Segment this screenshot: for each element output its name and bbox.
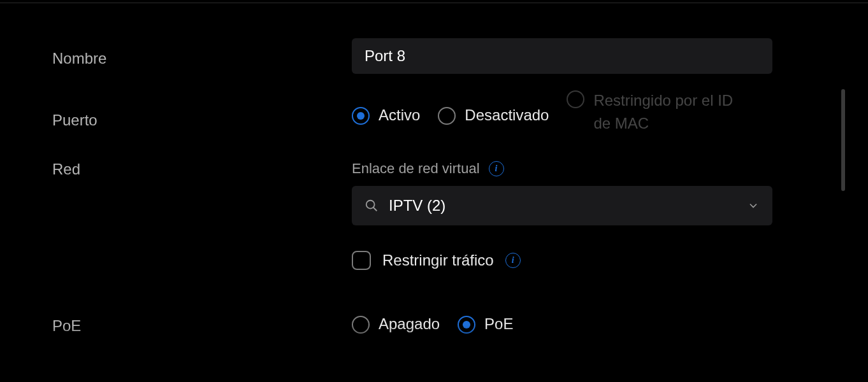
info-icon[interactable]: [489, 161, 504, 176]
port-radio-active[interactable]: Activo: [352, 106, 420, 125]
radio-icon: [352, 316, 370, 334]
restrict-traffic-label: Restringir tráfico: [382, 251, 494, 269]
port-radio-disabled[interactable]: Desactivado: [438, 106, 549, 125]
virtual-network-text: Enlace de red virtual: [352, 160, 480, 177]
restrict-traffic-checkbox[interactable]: [352, 251, 371, 270]
name-input[interactable]: [352, 38, 772, 74]
info-icon[interactable]: [505, 253, 521, 268]
poe-label: PoE: [52, 315, 352, 335]
radio-label: Desactivado: [465, 106, 549, 124]
port-radio-mac-restricted: Restringido por el ID de MAC: [567, 89, 740, 135]
port-row: Puerto Activo Desactivado Restringido po…: [52, 106, 830, 135]
poe-radio-group: Apagado PoE: [352, 315, 772, 334]
search-icon: [365, 199, 379, 213]
network-row: Red Enlace de red virtual IPTV (2) Restr…: [52, 160, 830, 270]
chevron-down-icon: [747, 199, 760, 212]
virtual-network-dropdown[interactable]: IPTV (2): [352, 186, 772, 225]
radio-label: PoE: [484, 315, 513, 333]
radio-icon: [352, 107, 370, 125]
virtual-network-sublabel: Enlace de red virtual: [352, 160, 772, 177]
name-label: Nombre: [52, 38, 352, 67]
panel-divider: [0, 3, 868, 3]
radio-label: Restringido por el ID de MAC: [593, 89, 740, 135]
restrict-traffic-row: Restringir tráfico: [352, 251, 772, 270]
svg-line-1: [373, 208, 377, 211]
svg-point-0: [366, 201, 375, 209]
radio-icon: [567, 90, 584, 108]
radio-label: Apagado: [379, 315, 440, 333]
name-row: Nombre: [52, 38, 830, 74]
poe-row: PoE Apagado PoE: [52, 315, 830, 335]
radio-icon: [438, 107, 456, 125]
poe-radio-on[interactable]: PoE: [458, 315, 513, 334]
network-label: Red: [52, 160, 352, 178]
dropdown-value: IPTV (2): [389, 197, 737, 215]
port-radio-group: Activo Desactivado Restringido por el ID…: [352, 106, 772, 135]
port-label: Puerto: [52, 111, 352, 129]
radio-label: Activo: [379, 106, 420, 124]
port-settings-form: Nombre Puerto Activo Desactivado Restrin…: [0, 0, 868, 335]
radio-icon: [458, 316, 475, 334]
scrollbar[interactable]: [841, 89, 845, 191]
poe-radio-off[interactable]: Apagado: [352, 315, 440, 334]
